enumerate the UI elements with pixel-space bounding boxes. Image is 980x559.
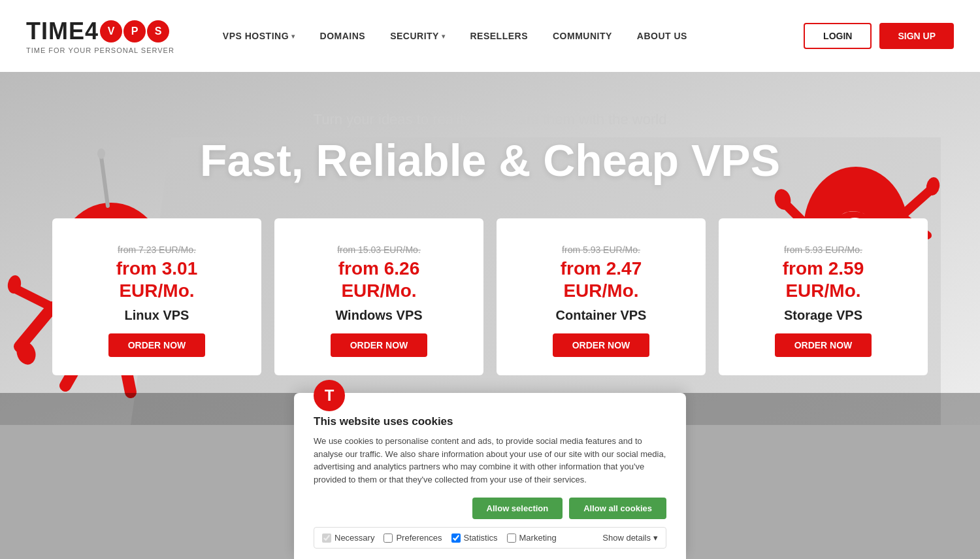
old-price-container: from 5.93 EUR/Mo. <box>562 245 640 255</box>
card-title-storage: Storage VPS <box>784 308 862 323</box>
signup-button[interactable]: SIGN UP <box>879 23 954 49</box>
order-linux-button[interactable]: ORDER NOW <box>108 333 206 357</box>
nav-item-security[interactable]: SECURITY ▾ <box>381 25 454 46</box>
hero-section: Turn your ideas to reality and share the… <box>0 72 980 425</box>
card-title-container: Container VPS <box>556 308 647 323</box>
hero-title: Fast, Reliable & Cheap VPS <box>200 135 780 186</box>
dropdown-arrow: ▾ <box>291 33 295 40</box>
nav-item-domains[interactable]: DOMAINS <box>311 25 375 46</box>
nav-item-about[interactable]: ABOUT US <box>628 25 696 46</box>
order-container-button[interactable]: ORDER NOW <box>553 333 650 357</box>
logo-tagline: TIME FOR YOUR PERSONAL SERVER <box>26 46 174 54</box>
card-container-vps: from 5.93 EUR/Mo. from 2.47EUR/Mo. Conta… <box>497 218 706 375</box>
logo-p: P <box>123 20 146 42</box>
new-price-linux: from 3.01EUR/Mo. <box>116 258 198 301</box>
nav-right: LOGIN SIGN UP <box>804 23 954 49</box>
logo-text: TIME4 <box>26 18 99 45</box>
nav-item-vps-hosting[interactable]: VPS HOSTING ▾ <box>214 25 304 46</box>
card-linux-vps: from 7.23 EUR/Mo. from 3.01EUR/Mo. Linux… <box>52 218 261 375</box>
new-price-windows: from 6.26EUR/Mo. <box>338 258 420 301</box>
logo-s: S <box>147 20 169 42</box>
old-price-storage: from 5.93 EUR/Mo. <box>784 245 862 255</box>
hero-content: Turn your ideas to reality and share the… <box>0 111 980 375</box>
logo-area: TIME4 V P S TIME FOR YOUR PERSONAL SERVE… <box>26 18 174 54</box>
order-windows-button[interactable]: ORDER NOW <box>331 333 428 357</box>
login-button[interactable]: LOGIN <box>804 23 872 49</box>
cookie-banner: T This website uses cookies We use cooki… <box>294 393 686 425</box>
card-title-windows: Windows VPS <box>335 308 422 323</box>
new-price-storage: from 2.59EUR/Mo. <box>783 258 864 301</box>
cookie-overlay: T This website uses cookies We use cooki… <box>0 393 980 425</box>
card-windows-vps: from 15.03 EUR/Mo. from 6.26EUR/Mo. Wind… <box>274 218 483 375</box>
hero-subtitle: Turn your ideas to reality and share the… <box>314 111 667 128</box>
old-price-windows: from 15.03 EUR/Mo. <box>337 245 421 255</box>
old-price-linux: from 7.23 EUR/Mo. <box>118 245 196 255</box>
new-price-container: from 2.47EUR/Mo. <box>561 258 642 301</box>
card-storage-vps: from 5.93 EUR/Mo. from 2.59EUR/Mo. Stora… <box>719 218 928 375</box>
logo-v: V <box>100 20 122 42</box>
cookie-icon: T <box>314 380 345 411</box>
header: TIME4 V P S TIME FOR YOUR PERSONAL SERVE… <box>0 0 980 72</box>
pricing-cards: from 7.23 EUR/Mo. from 3.01EUR/Mo. Linux… <box>0 218 980 375</box>
main-nav: VPS HOSTING ▾ DOMAINS SECURITY ▾ RESELLE… <box>214 25 804 46</box>
order-storage-button[interactable]: ORDER NOW <box>775 333 872 357</box>
nav-item-resellers[interactable]: RESELLERS <box>461 25 537 46</box>
nav-item-community[interactable]: COMMUNITY <box>544 25 621 46</box>
card-title-linux: Linux VPS <box>125 308 189 323</box>
dropdown-arrow: ▾ <box>442 33 446 40</box>
logo-vps: V P S <box>100 20 169 42</box>
cookie-title: This website uses cookies <box>314 409 666 425</box>
